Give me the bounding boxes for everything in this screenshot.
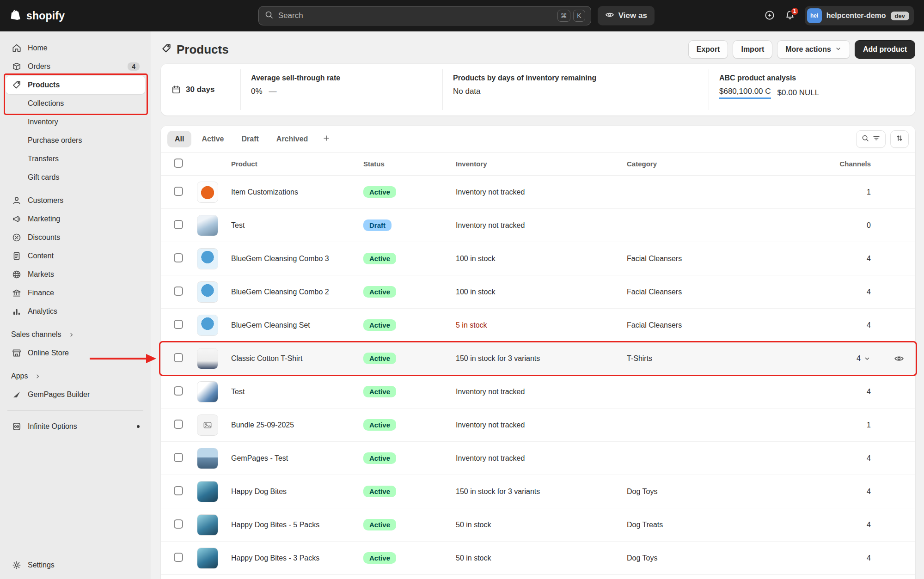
product-name-link[interactable]: Classic Cotton T-Shirt (231, 354, 363, 363)
table-row[interactable]: Item Customizations Active Inventory not… (161, 176, 915, 209)
sidebar-item-gift-cards[interactable]: Gift cards (6, 168, 145, 187)
table-row[interactable]: BlueGem Cleansing Combo 2 Active 100 in … (161, 275, 915, 309)
notifications-button[interactable]: 1 (784, 10, 795, 22)
notification-dot (137, 425, 140, 428)
days-of-inventory-metric[interactable]: Products by days of inventory remaining … (443, 64, 709, 116)
sidebar-item-content[interactable]: Content (6, 247, 145, 265)
import-button[interactable]: Import (733, 40, 772, 59)
status-badge: Active (363, 286, 396, 298)
product-thumbnail (197, 182, 218, 203)
product-name-link[interactable]: Bundle 25-09-2025 (231, 421, 363, 429)
thumbnail-fill (197, 548, 218, 568)
row-checkbox[interactable] (174, 187, 183, 196)
row-checkbox[interactable] (174, 253, 183, 262)
column-header-status[interactable]: Status (363, 160, 456, 168)
table-row[interactable]: Test Active Inventory not tracked 4 (161, 375, 915, 408)
search-input[interactable] (278, 11, 553, 20)
product-name-link[interactable]: Item Customizations (231, 188, 363, 196)
tab-all[interactable]: All (167, 131, 191, 147)
product-name-link[interactable]: Happy Dog Bites - 3 Packs (231, 554, 363, 562)
row-checkbox[interactable] (174, 519, 183, 529)
view-as-button[interactable]: View as (598, 6, 655, 25)
product-name-link[interactable]: BlueGem Cleansing Set (231, 321, 363, 329)
row-checkbox[interactable] (174, 286, 183, 296)
row-checkbox[interactable] (174, 320, 183, 329)
row-checkbox[interactable] (174, 353, 183, 362)
sidebar-section-sales-channels[interactable]: Sales channels (6, 325, 145, 344)
thumbnail-fill (197, 515, 218, 535)
row-checkbox[interactable] (174, 220, 183, 229)
product-name-link[interactable]: Happy Dog Bites (231, 488, 363, 496)
product-name-link[interactable]: GemPages - Test (231, 454, 363, 463)
column-header-channels[interactable]: Channels (832, 160, 915, 168)
abc-analysis-metric[interactable]: ABC product analysis $680,100.00 C $0.00… (709, 64, 915, 116)
sell-through-metric[interactable]: Average sell-through rate 0% — (241, 64, 442, 116)
shopify-logo[interactable]: shopify (10, 9, 65, 23)
tab-draft[interactable]: Draft (234, 131, 266, 147)
sort-button[interactable] (890, 130, 909, 148)
column-header-category[interactable]: Category (627, 160, 832, 168)
sidebar-item-products[interactable]: Products (6, 76, 145, 94)
sidebar-item-collections[interactable]: Collections (6, 94, 145, 113)
table-row[interactable]: Happy Dog Bites - 3 Packs Active 50 in s… (161, 542, 915, 575)
chevron-down-icon[interactable] (863, 355, 871, 362)
sidebar-item-inventory[interactable]: Inventory (6, 113, 145, 131)
table-row[interactable]: Classic Cotton T-Shirt Active 150 in sto… (161, 342, 915, 375)
table-row[interactable]: Happy Dog Bites - 5 Packs Active 50 in s… (161, 508, 915, 542)
sidebar-section-apps[interactable]: Apps (6, 367, 145, 385)
global-search[interactable]: ⌘ K (258, 6, 591, 25)
table-row[interactable]: GemPages - Test Active Inventory not tra… (161, 442, 915, 475)
eye-icon[interactable] (894, 353, 904, 364)
sidebar-item-settings[interactable]: Settings (6, 556, 145, 574)
sidebar-item-marketing[interactable]: Marketing (6, 210, 145, 228)
inventory-value: Inventory not tracked (456, 221, 525, 229)
more-actions-button[interactable]: More actions (777, 40, 850, 59)
sidebar-item-home[interactable]: Home (6, 39, 145, 57)
cmd-key: ⌘ (557, 10, 570, 22)
table-row[interactable]: BlueGem Cleansing Set Active 5 in stock … (161, 309, 915, 342)
row-checkbox[interactable] (174, 486, 183, 495)
sidebar-item-purchase-orders[interactable]: Purchase orders (6, 131, 145, 150)
add-product-button[interactable]: Add product (855, 40, 915, 59)
sidebar-item-customers[interactable]: Customers (6, 191, 145, 210)
export-button[interactable]: Export (688, 40, 728, 59)
row-checkbox[interactable] (174, 553, 183, 562)
row-checkbox[interactable] (174, 420, 183, 429)
trend-indicator: — (269, 87, 277, 96)
row-checkbox[interactable] (174, 453, 183, 462)
column-header-product[interactable]: Product (231, 160, 363, 168)
view-as-label: View as (618, 11, 647, 20)
sidebar-item-gempages[interactable]: GemPages Builder (6, 385, 145, 404)
column-header-inventory[interactable]: Inventory (456, 160, 627, 168)
sidebar-item-finance[interactable]: Finance (6, 284, 145, 302)
tab-active[interactable]: Active (194, 131, 231, 147)
sidekick-button[interactable] (764, 10, 775, 22)
table-row[interactable]: Bundle 25-09-2025 Active Inventory not t… (161, 408, 915, 442)
product-name-link[interactable]: Happy Dog Bites - 5 Packs (231, 521, 363, 529)
sidebar-item-online-store[interactable]: Online Store (6, 344, 145, 362)
select-all-checkbox[interactable] (174, 158, 183, 168)
sidebar-item-markets[interactable]: Markets (6, 265, 145, 284)
user-menu[interactable]: hel helpcenter-demo dev (805, 6, 914, 25)
sidebar-item-infinite-options[interactable]: Infinite Options (6, 417, 145, 436)
row-checkbox[interactable] (174, 386, 183, 396)
add-view-button[interactable] (318, 131, 335, 147)
search-and-filter-button[interactable] (856, 130, 886, 148)
sidebar-item-transfers[interactable]: Transfers (6, 150, 145, 168)
product-name-link[interactable]: BlueGem Cleansing Combo 3 (231, 255, 363, 263)
tab-archived[interactable]: Archived (269, 131, 315, 147)
table-row[interactable]: BlueGem Cleansing Combo 3 Active 100 in … (161, 242, 915, 275)
customers-icon (11, 195, 22, 206)
product-thumbnail (197, 215, 218, 236)
table-row[interactable]: Happy Dog Bites Active 150 in stock for … (161, 475, 915, 508)
search-shortcut: ⌘ K (557, 10, 585, 22)
sidebar-item-orders[interactable]: Orders 4 (6, 57, 145, 76)
sidebar-item-analytics[interactable]: Analytics (6, 302, 145, 321)
date-range-selector[interactable]: 30 days (161, 64, 240, 116)
product-name-link[interactable]: Test (231, 388, 363, 396)
table-row[interactable]: Test Draft Inventory not tracked 0 (161, 209, 915, 242)
product-name-link[interactable]: BlueGem Cleansing Combo 2 (231, 288, 363, 296)
sidebar-item-discounts[interactable]: Discounts (6, 228, 145, 247)
sidebar-label-markets: Markets (28, 270, 54, 279)
product-name-link[interactable]: Test (231, 221, 363, 230)
